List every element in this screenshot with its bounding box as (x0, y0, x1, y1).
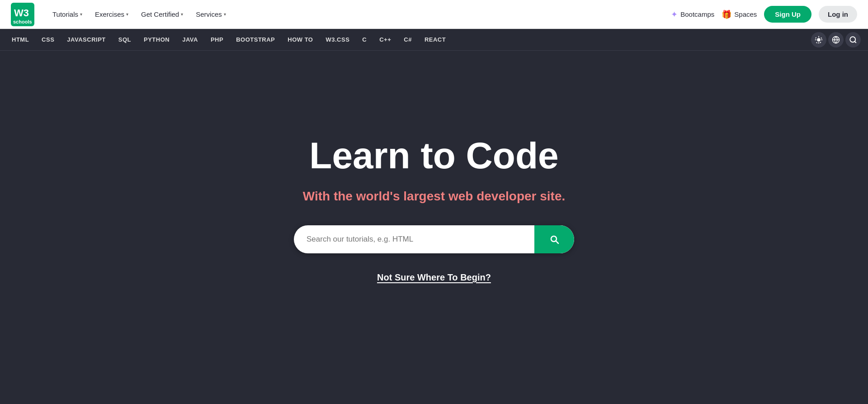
hero-search-input[interactable] (294, 225, 534, 253)
logo[interactable]: W3 schools (11, 3, 34, 26)
spaces-link[interactable]: 🎁 Spaces (722, 10, 757, 19)
sparkles-icon: ✦ (671, 10, 678, 19)
nav-links: Tutorials ▾ Exercises ▾ Get Certified ▾ … (47, 7, 671, 22)
svg-text:schools: schools (13, 19, 32, 24)
nav-right: ✦ Bootcamps 🎁 Spaces Sign Up Log in (671, 6, 857, 23)
svg-point-13 (850, 37, 855, 42)
svg-rect-11 (821, 37, 822, 38)
nav-javascript[interactable]: JAVASCRIPT (61, 29, 112, 51)
svg-text:W3: W3 (14, 7, 29, 19)
chevron-down-icon: ▾ (80, 12, 82, 17)
svg-rect-10 (816, 42, 817, 43)
bootcamps-link[interactable]: ✦ Bootcamps (671, 10, 714, 19)
svg-rect-7 (821, 39, 822, 40)
nav-php[interactable]: PHP (204, 29, 230, 51)
theme-toggle-button[interactable] (811, 32, 826, 48)
hero-title: Learn to Code (309, 135, 558, 176)
svg-point-3 (817, 38, 821, 42)
svg-rect-9 (820, 42, 821, 43)
top-navigation: W3 schools Tutorials ▾ Exercises ▾ Get C… (0, 0, 868, 29)
nav-services[interactable]: Services ▾ (190, 7, 231, 22)
hero-search-bar (294, 225, 574, 253)
login-button[interactable]: Log in (819, 6, 857, 23)
chevron-down-icon: ▾ (181, 12, 183, 17)
svg-rect-4 (818, 36, 819, 37)
nav-html[interactable]: HTML (5, 29, 35, 51)
nav-java[interactable]: JAVA (176, 29, 204, 51)
nav-cpp[interactable]: C++ (373, 29, 397, 51)
nav-react[interactable]: REACT (418, 29, 452, 51)
svg-rect-8 (815, 37, 816, 38)
svg-rect-5 (818, 42, 819, 43)
search-button[interactable] (845, 32, 861, 48)
nav-c[interactable]: C (356, 29, 373, 51)
not-sure-link[interactable]: Not Sure Where To Begin? (377, 272, 491, 283)
hero-subtitle: With the world's largest web developer s… (303, 189, 566, 204)
nav-exercises[interactable]: Exercises ▾ (90, 7, 134, 22)
nav-get-certified[interactable]: Get Certified ▾ (136, 7, 189, 22)
gift-icon: 🎁 (722, 10, 731, 19)
nav-howto[interactable]: HOW TO (281, 29, 319, 51)
signup-button[interactable]: Sign Up (764, 6, 811, 23)
secondary-nav-right (811, 32, 868, 48)
secondary-navigation: HTML CSS JAVASCRIPT SQL PYTHON JAVA PHP … (0, 29, 868, 51)
globe-button[interactable] (828, 32, 844, 48)
nav-w3css[interactable]: W3.CSS (319, 29, 356, 51)
chevron-down-icon: ▾ (126, 12, 128, 17)
hero-section: Learn to Code With the world's largest w… (0, 51, 868, 376)
nav-csharp[interactable]: C# (397, 29, 418, 51)
nav-tutorials[interactable]: Tutorials ▾ (47, 7, 88, 22)
nav-python[interactable]: PYTHON (137, 29, 176, 51)
chevron-down-icon: ▾ (224, 12, 226, 17)
hero-search-button[interactable] (534, 225, 574, 253)
nav-sql[interactable]: SQL (112, 29, 137, 51)
nav-bootstrap[interactable]: BOOTSTRAP (230, 29, 281, 51)
nav-css[interactable]: CSS (35, 29, 61, 51)
svg-rect-6 (815, 39, 816, 40)
